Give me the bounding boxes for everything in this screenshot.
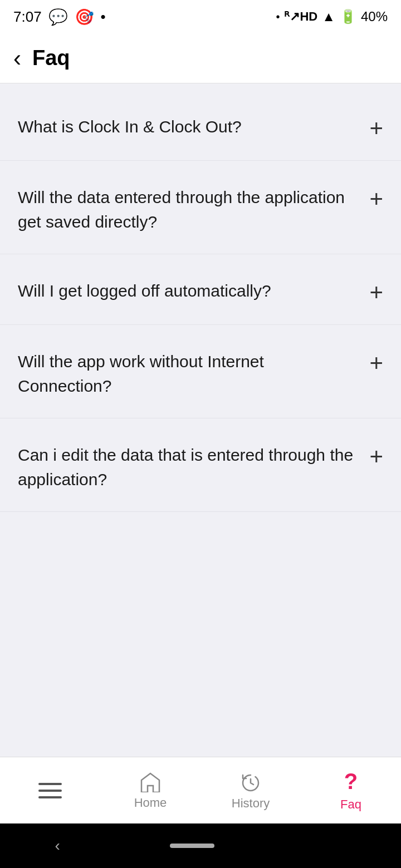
faq-expand-4[interactable]: +	[369, 352, 383, 375]
battery-icon: 🔋	[340, 9, 356, 24]
network-type: ᴿ↗HD	[284, 9, 317, 24]
status-time: 7:07	[13, 8, 42, 26]
dot-icon: •	[101, 8, 106, 26]
status-bar: 7:07 💬 🎯 • • ᴿ↗HD ▲ 🔋 40%	[0, 0, 401, 33]
faq-expand-5[interactable]: +	[369, 445, 383, 468]
system-home-pill[interactable]	[170, 844, 214, 848]
history-icon	[239, 771, 262, 793]
faq-item-3[interactable]: Will I get logged off automatically? +	[0, 259, 401, 325]
faq-question-5: Can i edit the data that is entered thro…	[18, 443, 369, 491]
faq-nav-icon: ?	[344, 769, 358, 794]
faq-question-2: Will the data entered through the applic…	[18, 185, 369, 234]
bottom-nav: Home History ? Faq	[0, 757, 401, 823]
nav-item-home[interactable]: Home	[100, 757, 200, 823]
whatsapp-icon: 💬	[48, 8, 68, 26]
faq-item-4[interactable]: Will the app work without Internet Conne…	[0, 329, 401, 418]
faq-expand-1[interactable]: +	[369, 117, 383, 140]
back-button[interactable]: ‹	[13, 47, 21, 70]
nav-label-faq: Faq	[340, 797, 361, 812]
faq-item-5[interactable]: Can i edit the data that is entered thro…	[0, 423, 401, 512]
faq-item-2[interactable]: Will the data entered through the applic…	[0, 165, 401, 254]
home-icon	[139, 771, 162, 792]
system-back-button[interactable]: ‹	[55, 837, 60, 855]
nav-item-faq[interactable]: ? Faq	[301, 757, 401, 823]
faq-item-1[interactable]: What is Clock In & Clock Out? +	[0, 95, 401, 161]
faq-question-1: What is Clock In & Clock Out?	[18, 115, 369, 139]
signal-icon: ▲	[322, 9, 335, 24]
nav-item-menu[interactable]	[0, 757, 100, 823]
network-dot: •	[276, 11, 280, 23]
page-title: Faq	[32, 46, 70, 70]
status-left: 7:07 💬 🎯 •	[13, 8, 106, 26]
status-right: • ᴿ↗HD ▲ 🔋 40%	[276, 9, 388, 24]
faq-question-3: Will I get logged off automatically?	[18, 279, 369, 303]
nav-label-history: History	[232, 796, 270, 811]
battery-level: 40%	[361, 9, 388, 24]
compass-icon: 🎯	[75, 8, 94, 26]
faq-question-4: Will the app work without Internet Conne…	[18, 349, 369, 398]
faq-expand-2[interactable]: +	[369, 188, 383, 211]
faq-list: What is Clock In & Clock Out? + Will the…	[0, 83, 401, 757]
nav-label-home: Home	[134, 796, 167, 810]
nav-item-history[interactable]: History	[200, 757, 301, 823]
top-bar: ‹ Faq	[0, 33, 401, 83]
hamburger-icon	[35, 780, 65, 802]
system-nav-bar: ‹	[0, 823, 401, 868]
faq-expand-3[interactable]: +	[369, 281, 383, 304]
